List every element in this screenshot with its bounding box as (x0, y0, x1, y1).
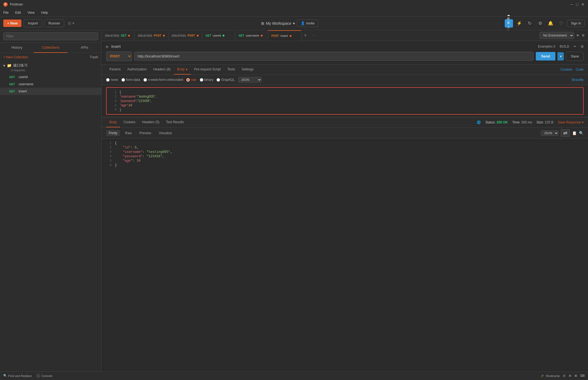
method-badge-get: GET (8, 75, 16, 79)
layout-1-button[interactable]: ⊟ (563, 374, 565, 378)
console-button[interactable]: ⬛ Console (36, 374, 52, 378)
chevron-down-icon: ▾ (3, 64, 5, 68)
code-line: 3 "username": "testing005", (102, 150, 588, 154)
sidebar-tab-collections[interactable]: Collections (34, 43, 68, 53)
list-item[interactable]: GET userid (0, 73, 101, 81)
radio-raw[interactable]: raw (186, 78, 196, 82)
app-icon: P (3, 2, 8, 7)
fmt-tab-visualize[interactable]: Visualize (156, 130, 175, 136)
line-number: 4 (111, 103, 117, 107)
tab-deleted-2[interactable]: [DELETED] POST (135, 30, 168, 41)
close-button[interactable]: ✕ (581, 2, 585, 6)
keyboard-button[interactable]: ⌨ (580, 374, 585, 378)
more-tabs-button[interactable]: ··· (309, 30, 318, 41)
radio-form-data[interactable]: form-data (121, 78, 140, 82)
new-collection-button[interactable]: + New Collection (3, 55, 28, 59)
json-format-select[interactable]: JSON Text JavaScript (238, 77, 262, 82)
toolbar-center: ⊞ My Workspace ▾ 👤 Invite (77, 20, 502, 27)
radio-none[interactable]: none (106, 78, 118, 82)
url-input[interactable] (134, 52, 534, 61)
trash-button[interactable]: Trash (90, 55, 98, 59)
radio-binary[interactable]: binary (200, 78, 213, 82)
menu-view[interactable]: View (26, 10, 36, 15)
environment-select[interactable]: No Environment (540, 32, 574, 39)
tab-headers[interactable]: Headers (8) (150, 65, 174, 75)
cookies-link[interactable]: Cookies (561, 68, 572, 71)
radio-graphql[interactable]: GraphQL (217, 78, 235, 82)
tab-tests[interactable]: Tests (224, 65, 238, 75)
new-button[interactable]: + New (3, 20, 21, 27)
titlebar-controls[interactable]: ─ □ ✕ (570, 2, 585, 6)
tab-authorization[interactable]: Authorization (124, 65, 150, 75)
tab-settings[interactable]: Settings (238, 65, 257, 75)
response-tab-body[interactable]: Body (106, 117, 120, 127)
menu-edit[interactable]: Edit (14, 10, 22, 15)
workspace-button[interactable]: ⊞ My Workspace ▾ (261, 21, 295, 26)
add-tab-button[interactable]: + (301, 30, 310, 41)
search-input[interactable] (3, 32, 98, 40)
tab-post-insert[interactable]: POST insert (268, 30, 301, 41)
cloud-button[interactable]: ☁ 坚果上传 (505, 19, 513, 27)
tab-deleted-1[interactable]: [DELETED] GET (102, 30, 135, 41)
method-select[interactable]: POST GET PUT DELETE (106, 51, 132, 61)
list-item[interactable]: GET username (0, 81, 101, 88)
fmt-tab-raw[interactable]: Raw (122, 130, 134, 136)
signin-button[interactable]: Sign In (567, 20, 585, 27)
menu-file[interactable]: File (2, 10, 10, 15)
save-button[interactable]: Save (566, 52, 584, 61)
post-label: POST (188, 34, 195, 37)
grid-icon[interactable]: ⊞ (581, 45, 584, 48)
main-area: [DELETED] GET [DELETED] POST [DELETED] P… (102, 30, 588, 371)
tab-deleted-3[interactable]: [DELETED] POST (168, 30, 202, 41)
search-response-button[interactable]: 🔍 (579, 131, 584, 135)
eye-icon[interactable]: 👁 (576, 34, 579, 37)
fmt-tab-pretty[interactable]: Pretty (106, 130, 120, 136)
list-item[interactable]: GET insert (0, 88, 101, 95)
layout-2-button[interactable]: ⊞ (569, 374, 571, 378)
edit-icon[interactable]: ✏ (574, 45, 576, 48)
send-dropdown-button[interactable]: ▾ (558, 52, 564, 60)
build-button[interactable]: BUILD (560, 45, 569, 48)
minimize-button[interactable]: ─ (570, 2, 574, 6)
layout-3-button[interactable]: ⊠ (575, 374, 577, 378)
copy-button[interactable]: 📋 (572, 131, 577, 135)
import-button[interactable]: Import (24, 19, 42, 27)
tab-params[interactable]: Params (106, 65, 124, 75)
request-body-editor[interactable]: 1 { 2 "username":"testing005", 3 "passwo… (106, 87, 584, 115)
wrap-button[interactable]: ⇌ (561, 129, 570, 137)
heart-button[interactable]: ♡ (557, 19, 565, 27)
save-response-button[interactable]: Save Response ▾ (558, 120, 584, 124)
tab-get-userid[interactable]: GET userid (202, 30, 235, 41)
send-button[interactable]: Send (536, 52, 556, 60)
fmt-tab-preview[interactable]: Preview (137, 130, 154, 136)
code-line: 2 "username":"testing005", (107, 94, 583, 99)
tab-pre-request-script[interactable]: Pre-request Script (191, 65, 224, 75)
plus-icon: + (7, 21, 9, 25)
sidebar-tab-history[interactable]: History (0, 43, 34, 53)
response-tab-test-results[interactable]: Test Results (163, 117, 187, 127)
response-tab-cookies[interactable]: Cookies (120, 117, 138, 127)
examples-button[interactable]: Examples 0 (538, 45, 555, 48)
notification-button[interactable]: 🔔 (547, 19, 555, 27)
settings-button[interactable]: ⚙ (536, 19, 544, 27)
radio-urlencoded[interactable]: x-www-form-urlencoded (143, 78, 183, 82)
interceptor-button[interactable]: ⚡ (515, 19, 523, 27)
collection-item[interactable]: ▾ 📁 接口练习 3 requests (0, 61, 101, 73)
response-format-select[interactable]: JSON (541, 130, 559, 136)
collection-header[interactable]: ▾ 📁 接口练习 (3, 63, 98, 68)
settings-icon[interactable]: ⚙ (582, 34, 585, 37)
invite-button[interactable]: 👤 Invite (297, 20, 318, 27)
response-tab-headers[interactable]: Headers (5) (139, 117, 163, 127)
code-link[interactable]: Code (576, 68, 584, 71)
sync-button[interactable]: ↻ (526, 19, 534, 27)
beautify-button[interactable]: Beautify (572, 78, 584, 82)
sidebar-tab-apis[interactable]: APIs (68, 43, 101, 53)
find-replace-button[interactable]: 🔍 Find and Replace (3, 374, 32, 378)
maximize-button[interactable]: □ (575, 2, 579, 6)
runner-button[interactable]: Runner (44, 19, 64, 27)
menu-help[interactable]: Help (40, 10, 49, 15)
tab-get-username[interactable]: GET username (235, 30, 268, 41)
tab-body[interactable]: Body ● (174, 65, 191, 75)
collection-name: 接口练习 (13, 63, 27, 68)
bootcamp-button[interactable]: 🎓 Bootcamp (541, 374, 560, 378)
